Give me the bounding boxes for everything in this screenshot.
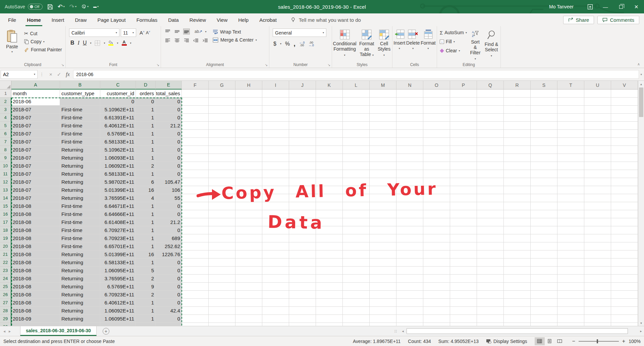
- merge-center-button[interactable]: Merge & Center ▾: [213, 37, 257, 43]
- cell-V16[interactable]: [611, 210, 638, 218]
- tab-draw[interactable]: Draw: [69, 13, 92, 26]
- cell-I21[interactable]: [262, 250, 289, 258]
- cell-S5[interactable]: [531, 122, 557, 130]
- cell-H26[interactable]: [235, 291, 262, 299]
- cell-R21[interactable]: [504, 250, 531, 258]
- cell-Q7[interactable]: [477, 138, 504, 146]
- cell-P21[interactable]: [450, 250, 477, 258]
- row-header-21[interactable]: 21: [0, 250, 11, 258]
- cell-J24[interactable]: [289, 275, 316, 283]
- cell-Q22[interactable]: [477, 258, 504, 267]
- scroll-down-arrow[interactable]: ▾: [638, 320, 644, 326]
- cell-F26[interactable]: [182, 291, 209, 299]
- cell-R14[interactable]: [504, 194, 531, 202]
- cell-K15[interactable]: [316, 202, 343, 210]
- font-name-select[interactable]: Calibri ▾: [69, 28, 119, 37]
- cell-L27[interactable]: [343, 299, 370, 307]
- cell-I1[interactable]: [262, 90, 289, 98]
- cell-D7[interactable]: 1: [136, 138, 156, 146]
- cell-B11[interactable]: Returning: [60, 170, 100, 178]
- cell-S10[interactable]: [531, 162, 557, 170]
- cell-F10[interactable]: [182, 162, 209, 170]
- cell-N15[interactable]: [396, 202, 423, 210]
- cell-P1[interactable]: [450, 90, 477, 98]
- cell-O1[interactable]: [423, 90, 450, 98]
- cell-U23[interactable]: [584, 267, 611, 275]
- cell-G23[interactable]: [209, 267, 235, 275]
- cell-A15[interactable]: 2018-08: [11, 202, 60, 210]
- cell-J20[interactable]: [289, 242, 316, 250]
- cell-S28[interactable]: [531, 307, 557, 315]
- cell-D29[interactable]: 1: [136, 315, 156, 323]
- cell-H7[interactable]: [235, 138, 262, 146]
- cell-Q30[interactable]: [477, 323, 504, 326]
- cell-H30[interactable]: [235, 323, 262, 326]
- cell-O13[interactable]: [423, 186, 450, 194]
- cell-B4[interactable]: First-time: [60, 114, 100, 122]
- bold-button[interactable]: B: [70, 40, 74, 46]
- cell-C27[interactable]: 6.40612E+11: [100, 299, 136, 307]
- column-header-B[interactable]: B: [60, 81, 100, 90]
- paste-caret[interactable]: ▾: [11, 50, 13, 53]
- cell-V13[interactable]: [611, 186, 638, 194]
- cell-F2[interactable]: [182, 98, 209, 106]
- cell-J10[interactable]: [289, 162, 316, 170]
- cell-S17[interactable]: [531, 218, 557, 226]
- column-header-I[interactable]: I: [262, 81, 289, 90]
- cell-K6[interactable]: [316, 130, 343, 138]
- cell-F30[interactable]: [182, 323, 209, 326]
- column-header-K[interactable]: K: [316, 81, 343, 90]
- cell-T27[interactable]: [557, 299, 584, 307]
- fill-button[interactable]: ↓ Fill ▾: [440, 38, 467, 46]
- cell-U2[interactable]: [584, 98, 611, 106]
- cell-D16[interactable]: 1: [136, 210, 156, 218]
- column-header-A[interactable]: A: [11, 81, 60, 90]
- save-button[interactable]: [47, 4, 53, 10]
- row-header-12[interactable]: 12: [0, 178, 11, 186]
- cell-G18[interactable]: [209, 226, 235, 234]
- cell-F17[interactable]: [182, 218, 209, 226]
- cell-G25[interactable]: [209, 283, 235, 291]
- cell-V28[interactable]: [611, 307, 638, 315]
- cell-Q28[interactable]: [477, 307, 504, 315]
- cell-T21[interactable]: [557, 250, 584, 258]
- cell-R7[interactable]: [504, 138, 531, 146]
- cell-U21[interactable]: [584, 250, 611, 258]
- cell-T3[interactable]: [557, 106, 584, 114]
- delete-cells-button[interactable]: Delete ▾: [406, 27, 420, 62]
- cell-M9[interactable]: [370, 154, 396, 162]
- cell-O7[interactable]: [423, 138, 450, 146]
- cell-I13[interactable]: [262, 186, 289, 194]
- cell-D10[interactable]: 2: [136, 162, 156, 170]
- cell-I14[interactable]: [262, 194, 289, 202]
- cell-L15[interactable]: [343, 202, 370, 210]
- column-header-U[interactable]: U: [584, 81, 611, 90]
- row-header-29[interactable]: 29: [0, 315, 11, 323]
- cell-F3[interactable]: [182, 106, 209, 114]
- cell-M15[interactable]: [370, 202, 396, 210]
- cell-A26[interactable]: 2018-08: [11, 291, 60, 299]
- cell-D20[interactable]: 1: [136, 242, 156, 250]
- cell-R13[interactable]: [504, 186, 531, 194]
- cell-D19[interactable]: 1: [136, 234, 156, 242]
- cell-V18[interactable]: [611, 226, 638, 234]
- cell-U5[interactable]: [584, 122, 611, 130]
- cell-Q5[interactable]: [477, 122, 504, 130]
- close-button[interactable]: ×: [629, 0, 644, 13]
- cell-D21[interactable]: 16: [136, 250, 156, 258]
- increase-decimal-button[interactable]: ←.0 .00: [299, 41, 305, 47]
- vertical-scrollbar[interactable]: ▴ ▾: [638, 81, 644, 326]
- cell-E10[interactable]: 0: [156, 162, 182, 170]
- cell-B5[interactable]: First-time: [60, 122, 100, 130]
- cell-L19[interactable]: [343, 234, 370, 242]
- cell-M19[interactable]: [370, 234, 396, 242]
- cell-F6[interactable]: [182, 130, 209, 138]
- cell-V14[interactable]: [611, 194, 638, 202]
- cell-N16[interactable]: [396, 210, 423, 218]
- cell-M18[interactable]: [370, 226, 396, 234]
- cell-N23[interactable]: [396, 267, 423, 275]
- cell-K16[interactable]: [316, 210, 343, 218]
- vertical-scroll-thumb[interactable]: [639, 88, 643, 117]
- cell-J22[interactable]: [289, 258, 316, 267]
- insert-cells-button[interactable]: Insert ▾: [393, 27, 405, 62]
